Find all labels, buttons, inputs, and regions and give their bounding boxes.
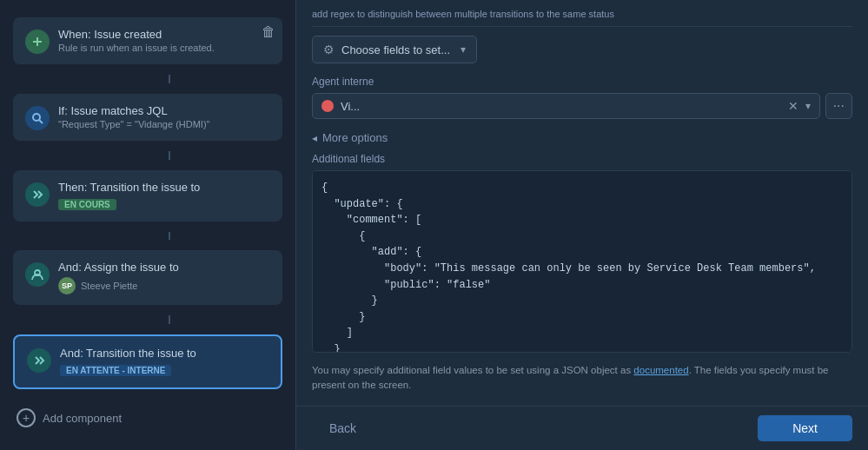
connector-line-2 — [169, 151, 170, 160]
card-assign-subtitle: Steeve Piette — [81, 281, 137, 291]
delete-icon[interactable]: 🗑 — [262, 24, 275, 40]
connector-line-1 — [169, 75, 170, 83]
agent-clear-icon[interactable]: ✕ — [788, 99, 798, 113]
gear-icon: ⚙ — [323, 43, 335, 56]
more-options-section: ◂ More options Additional fields { "upda… — [312, 131, 852, 394]
transition-2-icon — [27, 348, 51, 373]
add-component-button[interactable]: + Add component — [13, 403, 282, 433]
card-transition-1-title: Then: Transition the issue to — [58, 181, 270, 194]
card-jql-match[interactable]: If: Issue matches JQL "Request Type" = "… — [13, 94, 282, 141]
status-badge-en-attente: EN ATTENTE - INTERNE — [60, 365, 171, 376]
issue-created-icon — [25, 30, 50, 54]
status-badge-en-cours: EN COURS — [58, 199, 116, 210]
agent-status-dot — [321, 100, 334, 112]
right-panel: add regex to distinguish between multipl… — [295, 0, 868, 450]
choose-fields-label: Choose fields to set... — [341, 43, 450, 56]
plus-circle-icon: + — [17, 408, 36, 427]
top-hint: add regex to distinguish between multipl… — [312, 9, 852, 27]
card-transition-1[interactable]: Then: Transition the issue to EN COURS — [13, 170, 282, 222]
choose-fields-button[interactable]: ⚙ Choose fields to set... ▾ — [312, 36, 477, 63]
add-component-label: Add component — [43, 412, 122, 425]
connector-line-3 — [169, 232, 170, 241]
agent-label: Agent interne — [312, 76, 852, 88]
card-transition-2[interactable]: And: Transition the issue to EN ATTENTE … — [13, 334, 282, 389]
card-jql-subtitle: "Request Type" = "Vidange (HDMI)" — [58, 119, 270, 129]
card-issue-created[interactable]: When: Issue created Rule is run when an … — [13, 17, 282, 64]
agent-field-container: Vi... ✕ ▾ ··· — [312, 93, 852, 119]
json-hint: You may specify additional field values … — [312, 363, 852, 394]
next-button[interactable]: Next — [758, 415, 852, 441]
chevron-down-icon: ▾ — [461, 43, 466, 56]
back-button[interactable]: Back — [312, 415, 374, 441]
additional-fields-section: Additional fields { "update": { "comment… — [312, 153, 852, 394]
agent-more-button[interactable]: ··· — [825, 93, 852, 119]
card-jql-title: If: Issue matches JQL — [58, 104, 270, 117]
right-panel-scroll: add regex to distinguish between multipl… — [296, 0, 868, 406]
assign-icon — [25, 262, 50, 287]
footer: Back Next — [296, 406, 868, 450]
documented-link[interactable]: documented — [633, 365, 688, 375]
additional-fields-label: Additional fields — [312, 153, 852, 165]
agent-input[interactable]: Vi... ✕ ▾ — [312, 93, 820, 119]
card-transition-2-title: And: Transition the issue to — [60, 347, 268, 360]
transition-1-icon — [25, 182, 50, 207]
connector-line-4 — [169, 315, 170, 324]
svg-line-3 — [39, 120, 43, 123]
jql-match-icon — [25, 106, 50, 130]
json-textarea[interactable]: { "update": { "comment": [ { "add": { "b… — [312, 170, 852, 353]
left-panel: When: Issue created Rule is run when an … — [0, 0, 295, 450]
agent-section: Agent interne Vi... ✕ ▾ ··· — [312, 76, 852, 119]
card-assign[interactable]: And: Assign the issue to SP Steeve Piett… — [13, 250, 282, 305]
more-options-toggle[interactable]: ◂ More options — [312, 131, 852, 144]
chevron-left-icon: ◂ — [312, 132, 317, 144]
card-issue-created-title: When: Issue created — [58, 28, 270, 41]
more-options-label: More options — [322, 131, 388, 144]
chevron-expand-icon[interactable]: ▾ — [805, 100, 811, 112]
card-assign-title: And: Assign the issue to — [58, 261, 270, 274]
agent-value: Vi... — [341, 100, 781, 113]
card-issue-created-subtitle: Rule is run when an issue is created. — [58, 43, 270, 53]
avatar: SP — [58, 277, 76, 294]
svg-point-2 — [33, 114, 40, 121]
